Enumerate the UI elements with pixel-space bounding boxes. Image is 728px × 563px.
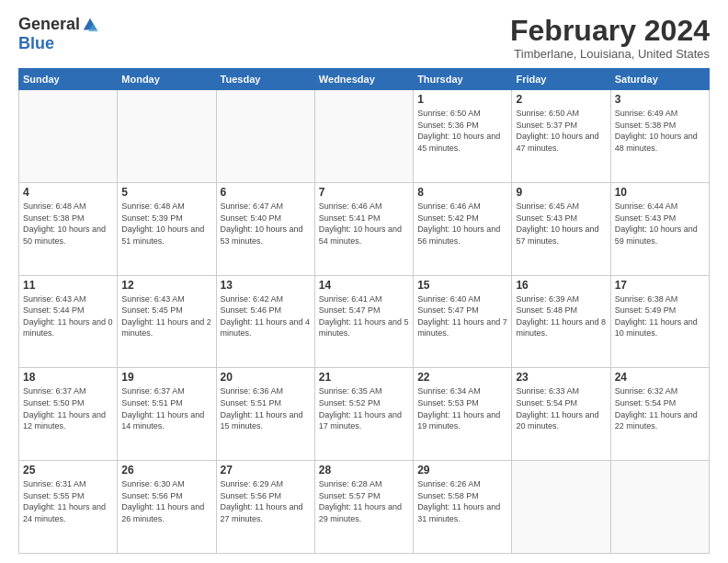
- day-number: 7: [319, 186, 409, 199]
- day-number: 4: [23, 186, 113, 199]
- calendar-cell: 24Sunrise: 6:32 AM Sunset: 5:54 PM Dayli…: [610, 368, 709, 461]
- calendar-cell: 20Sunrise: 6:36 AM Sunset: 5:51 PM Dayli…: [216, 368, 314, 461]
- calendar-cell: 5Sunrise: 6:48 AM Sunset: 5:39 PM Daylig…: [118, 182, 216, 275]
- header-row: Sunday Monday Tuesday Wednesday Thursday…: [19, 69, 710, 90]
- week-row-3: 18Sunrise: 6:37 AM Sunset: 5:50 PM Dayli…: [19, 368, 710, 461]
- day-number: 23: [516, 371, 606, 384]
- day-number: 10: [615, 186, 705, 199]
- day-number: 27: [221, 464, 311, 477]
- day-number: 1: [417, 93, 507, 106]
- day-info: Sunrise: 6:48 AM Sunset: 5:38 PM Dayligh…: [23, 201, 113, 247]
- day-number: 2: [516, 93, 606, 106]
- day-info: Sunrise: 6:42 AM Sunset: 5:46 PM Dayligh…: [221, 293, 311, 339]
- logo-icon: [82, 17, 98, 33]
- calendar-cell: 16Sunrise: 6:39 AM Sunset: 5:48 PM Dayli…: [512, 275, 610, 368]
- calendar-cell: 25Sunrise: 6:31 AM Sunset: 5:55 PM Dayli…: [19, 461, 118, 554]
- calendar-cell: 18Sunrise: 6:37 AM Sunset: 5:50 PM Dayli…: [19, 368, 118, 461]
- header-thursday: Thursday: [414, 69, 512, 90]
- day-info: Sunrise: 6:50 AM Sunset: 5:37 PM Dayligh…: [516, 108, 606, 154]
- day-info: Sunrise: 6:28 AM Sunset: 5:57 PM Dayligh…: [319, 478, 409, 524]
- day-info: Sunrise: 6:47 AM Sunset: 5:40 PM Dayligh…: [221, 201, 311, 247]
- day-number: 17: [615, 279, 705, 292]
- calendar-cell: 21Sunrise: 6:35 AM Sunset: 5:52 PM Dayli…: [314, 368, 413, 461]
- day-number: 20: [221, 371, 311, 384]
- calendar-cell: 12Sunrise: 6:43 AM Sunset: 5:45 PM Dayli…: [118, 275, 216, 368]
- calendar-cell: [610, 461, 709, 554]
- calendar-cell: 2Sunrise: 6:50 AM Sunset: 5:37 PM Daylig…: [512, 90, 610, 183]
- month-title: February 2024: [510, 15, 710, 47]
- day-number: 28: [319, 464, 409, 477]
- day-info: Sunrise: 6:46 AM Sunset: 5:42 PM Dayligh…: [417, 201, 507, 247]
- day-info: Sunrise: 6:45 AM Sunset: 5:43 PM Dayligh…: [516, 201, 606, 247]
- day-info: Sunrise: 6:43 AM Sunset: 5:44 PM Dayligh…: [23, 293, 113, 339]
- calendar-cell: 1Sunrise: 6:50 AM Sunset: 5:36 PM Daylig…: [414, 90, 512, 183]
- day-info: Sunrise: 6:43 AM Sunset: 5:45 PM Dayligh…: [121, 293, 211, 339]
- day-number: 5: [121, 186, 211, 199]
- title-area: February 2024 Timberlane, Louisiana, Uni…: [510, 15, 710, 61]
- calendar-cell: [19, 90, 118, 183]
- calendar-cell: 14Sunrise: 6:41 AM Sunset: 5:47 PM Dayli…: [314, 275, 413, 368]
- calendar-cell: 22Sunrise: 6:34 AM Sunset: 5:53 PM Dayli…: [414, 368, 512, 461]
- day-info: Sunrise: 6:26 AM Sunset: 5:58 PM Dayligh…: [417, 478, 507, 524]
- calendar-cell: 19Sunrise: 6:37 AM Sunset: 5:51 PM Dayli…: [118, 368, 216, 461]
- day-info: Sunrise: 6:36 AM Sunset: 5:51 PM Dayligh…: [221, 385, 311, 431]
- day-info: Sunrise: 6:31 AM Sunset: 5:55 PM Dayligh…: [23, 478, 113, 524]
- subtitle: Timberlane, Louisiana, United States: [510, 47, 710, 61]
- logo: General Blue: [18, 15, 98, 53]
- calendar-cell: 6Sunrise: 6:47 AM Sunset: 5:40 PM Daylig…: [216, 182, 314, 275]
- day-info: Sunrise: 6:32 AM Sunset: 5:54 PM Dayligh…: [615, 385, 705, 431]
- day-info: Sunrise: 6:49 AM Sunset: 5:38 PM Dayligh…: [615, 108, 705, 154]
- header: General Blue February 2024 Timberlane, L…: [18, 15, 710, 61]
- day-info: Sunrise: 6:33 AM Sunset: 5:54 PM Dayligh…: [516, 385, 606, 431]
- day-number: 24: [615, 371, 705, 384]
- week-row-4: 25Sunrise: 6:31 AM Sunset: 5:55 PM Dayli…: [19, 461, 710, 554]
- week-row-2: 11Sunrise: 6:43 AM Sunset: 5:44 PM Dayli…: [19, 275, 710, 368]
- calendar-cell: 9Sunrise: 6:45 AM Sunset: 5:43 PM Daylig…: [512, 182, 610, 275]
- day-number: 26: [121, 464, 211, 477]
- day-number: 12: [121, 279, 211, 292]
- header-saturday: Saturday: [610, 69, 709, 90]
- day-number: 18: [23, 371, 113, 384]
- header-friday: Friday: [512, 69, 610, 90]
- day-number: 11: [23, 279, 113, 292]
- week-row-1: 4Sunrise: 6:48 AM Sunset: 5:38 PM Daylig…: [19, 182, 710, 275]
- page: General Blue February 2024 Timberlane, L…: [0, 0, 728, 563]
- day-number: 13: [221, 279, 311, 292]
- header-wednesday: Wednesday: [314, 69, 413, 90]
- day-info: Sunrise: 6:44 AM Sunset: 5:43 PM Dayligh…: [615, 201, 705, 247]
- calendar-cell: 15Sunrise: 6:40 AM Sunset: 5:47 PM Dayli…: [414, 275, 512, 368]
- day-number: 6: [221, 186, 311, 199]
- day-info: Sunrise: 6:38 AM Sunset: 5:49 PM Dayligh…: [615, 293, 705, 339]
- calendar-cell: 8Sunrise: 6:46 AM Sunset: 5:42 PM Daylig…: [414, 182, 512, 275]
- calendar-cell: 11Sunrise: 6:43 AM Sunset: 5:44 PM Dayli…: [19, 275, 118, 368]
- calendar-cell: [216, 90, 314, 183]
- week-row-0: 1Sunrise: 6:50 AM Sunset: 5:36 PM Daylig…: [19, 90, 710, 183]
- day-number: 19: [121, 371, 211, 384]
- calendar-cell: [118, 90, 216, 183]
- calendar-cell: 23Sunrise: 6:33 AM Sunset: 5:54 PM Dayli…: [512, 368, 610, 461]
- day-info: Sunrise: 6:30 AM Sunset: 5:56 PM Dayligh…: [121, 478, 211, 524]
- calendar-table: Sunday Monday Tuesday Wednesday Thursday…: [18, 68, 710, 554]
- logo-blue-text: Blue: [18, 34, 54, 53]
- calendar-cell: 13Sunrise: 6:42 AM Sunset: 5:46 PM Dayli…: [216, 275, 314, 368]
- calendar-cell: 17Sunrise: 6:38 AM Sunset: 5:49 PM Dayli…: [610, 275, 709, 368]
- day-number: 16: [516, 279, 606, 292]
- day-number: 8: [417, 186, 507, 199]
- day-number: 9: [516, 186, 606, 199]
- calendar-cell: [512, 461, 610, 554]
- day-number: 3: [615, 93, 705, 106]
- header-tuesday: Tuesday: [216, 69, 314, 90]
- calendar-cell: [314, 90, 413, 183]
- day-info: Sunrise: 6:50 AM Sunset: 5:36 PM Dayligh…: [417, 108, 507, 154]
- day-number: 22: [417, 371, 507, 384]
- calendar-cell: 29Sunrise: 6:26 AM Sunset: 5:58 PM Dayli…: [414, 461, 512, 554]
- calendar-cell: 26Sunrise: 6:30 AM Sunset: 5:56 PM Dayli…: [118, 461, 216, 554]
- calendar-cell: 7Sunrise: 6:46 AM Sunset: 5:41 PM Daylig…: [314, 182, 413, 275]
- header-sunday: Sunday: [19, 69, 118, 90]
- day-info: Sunrise: 6:40 AM Sunset: 5:47 PM Dayligh…: [417, 293, 507, 339]
- day-info: Sunrise: 6:34 AM Sunset: 5:53 PM Dayligh…: [417, 385, 507, 431]
- day-number: 15: [417, 279, 507, 292]
- day-info: Sunrise: 6:48 AM Sunset: 5:39 PM Dayligh…: [121, 201, 211, 247]
- calendar-cell: 28Sunrise: 6:28 AM Sunset: 5:57 PM Dayli…: [314, 461, 413, 554]
- day-info: Sunrise: 6:29 AM Sunset: 5:56 PM Dayligh…: [221, 478, 311, 524]
